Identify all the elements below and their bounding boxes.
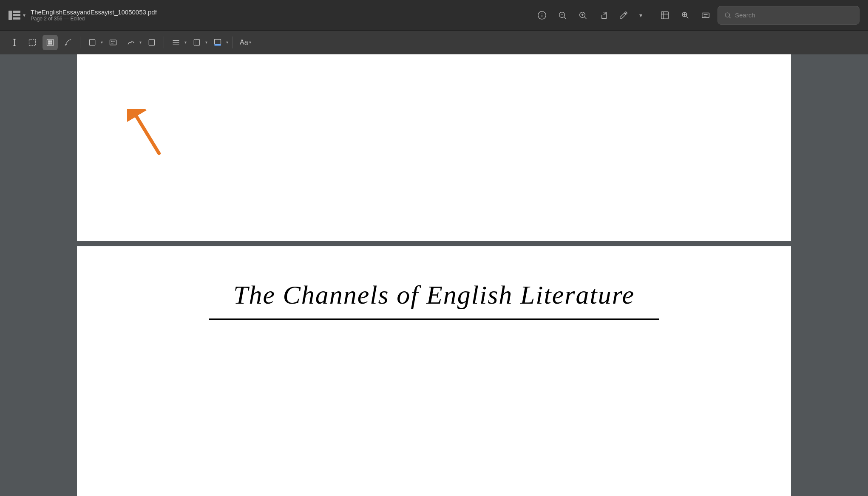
color-picker-group[interactable]: ▾ bbox=[210, 35, 228, 50]
line-style-tool[interactable] bbox=[168, 35, 184, 50]
sidebar-chevron-icon: ▾ bbox=[23, 12, 26, 18]
svg-point-17 bbox=[725, 13, 730, 17]
file-meta: Page 2 of 356 — Edited bbox=[31, 16, 157, 22]
title-bar-center: ▾ bbox=[533, 6, 859, 25]
image-select-tool[interactable] bbox=[43, 35, 58, 50]
expand-button[interactable] bbox=[656, 7, 673, 24]
signature-tool[interactable] bbox=[123, 35, 139, 50]
svg-line-5 bbox=[564, 17, 566, 19]
annotate-icon bbox=[619, 11, 628, 20]
caption-button[interactable] bbox=[697, 7, 714, 24]
pen-icon bbox=[64, 38, 72, 47]
title-bar-left: ▾ TheEnglishEssayandEssayist_10050053.pd… bbox=[9, 8, 157, 22]
rect-select-tool[interactable] bbox=[25, 35, 40, 50]
pdf-viewer[interactable]: The Channels of English Literature bbox=[0, 54, 868, 496]
font-tool-group[interactable]: Aa ▾ bbox=[237, 35, 254, 50]
zoom-in-button[interactable] bbox=[574, 7, 591, 24]
share-button[interactable] bbox=[595, 7, 612, 24]
svg-line-9 bbox=[584, 17, 586, 19]
svg-rect-33 bbox=[149, 39, 154, 45]
expand-icon bbox=[660, 11, 669, 20]
svg-rect-22 bbox=[29, 39, 36, 45]
svg-rect-28 bbox=[89, 39, 95, 45]
svg-rect-37 bbox=[194, 39, 199, 45]
annotation-toolbar: ▾ ▾ ▾ bbox=[0, 31, 868, 54]
svg-rect-26 bbox=[48, 42, 50, 44]
svg-rect-14 bbox=[702, 13, 709, 17]
color-picker-tool[interactable] bbox=[210, 35, 225, 50]
line-style-icon bbox=[172, 38, 180, 47]
annotate-dropdown-button[interactable]: ▾ bbox=[635, 7, 646, 24]
pdf-page-2: The Channels of English Literature bbox=[77, 246, 791, 496]
svg-rect-11 bbox=[661, 11, 669, 19]
signature-icon bbox=[127, 38, 135, 47]
toolbar-divider-1 bbox=[651, 9, 651, 21]
file-name: TheEnglishEssayandEssayist_10050053.pdf bbox=[31, 8, 157, 16]
svg-rect-40 bbox=[215, 44, 221, 45]
shapes-chevron-icon: ▾ bbox=[101, 40, 103, 45]
share-icon bbox=[599, 11, 608, 20]
pdf-book-title: The Channels of English Literature bbox=[233, 280, 635, 309]
find-icon bbox=[681, 11, 690, 20]
caption-icon bbox=[701, 11, 710, 20]
rect-select-icon bbox=[28, 38, 37, 47]
image-select-icon bbox=[46, 38, 54, 47]
color-picker-icon bbox=[213, 38, 222, 47]
draw-tool[interactable] bbox=[60, 35, 76, 50]
svg-line-10 bbox=[604, 12, 606, 14]
svg-rect-39 bbox=[215, 39, 221, 44]
tool-divider-1 bbox=[80, 37, 80, 48]
search-bar[interactable]: Search bbox=[718, 6, 859, 25]
pdf-page-1 bbox=[77, 54, 791, 241]
pdf-title-underline bbox=[209, 318, 659, 320]
border-style-chevron-icon: ▾ bbox=[205, 40, 207, 45]
search-input[interactable]: Search bbox=[735, 11, 755, 19]
shapes-tool-group[interactable]: ▾ bbox=[85, 35, 103, 50]
border-style-tool[interactable] bbox=[189, 35, 204, 50]
border-style-group[interactable]: ▾ bbox=[189, 35, 207, 50]
file-info: TheEnglishEssayandEssayist_10050053.pdf … bbox=[31, 8, 157, 22]
svg-line-42 bbox=[136, 116, 159, 153]
font-chevron-icon: ▾ bbox=[249, 40, 251, 45]
zoom-out-button[interactable] bbox=[554, 7, 571, 24]
text-cursor-icon bbox=[10, 38, 19, 47]
sidebar-icon bbox=[9, 11, 20, 20]
find-button[interactable] bbox=[677, 7, 694, 24]
page-divider bbox=[0, 241, 868, 246]
signature-tool-group[interactable]: ▾ bbox=[123, 35, 142, 50]
tool-divider-3 bbox=[233, 37, 233, 48]
svg-rect-25 bbox=[51, 40, 52, 42]
sidebar-toggle-button[interactable]: ▾ bbox=[9, 11, 26, 20]
signature-chevron-icon: ▾ bbox=[139, 40, 142, 45]
svg-rect-24 bbox=[48, 40, 50, 42]
text-select-tool[interactable] bbox=[7, 35, 22, 50]
zoom-out-icon bbox=[558, 11, 567, 20]
info-icon bbox=[537, 11, 547, 20]
line-style-group[interactable]: ▾ bbox=[168, 35, 187, 50]
title-bar: ▾ TheEnglishEssayandEssayist_10050053.pd… bbox=[0, 0, 868, 31]
annotate-button[interactable] bbox=[615, 7, 632, 24]
svg-line-13 bbox=[686, 16, 689, 18]
font-tool[interactable]: Aa bbox=[240, 35, 248, 50]
text-box-icon bbox=[109, 38, 117, 47]
search-icon bbox=[724, 11, 732, 19]
annotate-chevron-icon: ▾ bbox=[639, 12, 642, 19]
color-picker-chevron-icon: ▾ bbox=[226, 40, 228, 45]
tool-divider-2 bbox=[164, 37, 164, 48]
text-box-tool[interactable] bbox=[105, 35, 121, 50]
stamp-icon bbox=[148, 38, 156, 47]
zoom-in-icon bbox=[578, 11, 587, 20]
shapes-icon bbox=[88, 38, 96, 47]
info-button[interactable] bbox=[533, 7, 550, 24]
font-label: Aa bbox=[240, 39, 248, 46]
svg-line-18 bbox=[729, 17, 730, 18]
border-style-icon bbox=[193, 38, 201, 47]
shapes-tool[interactable] bbox=[85, 35, 100, 50]
svg-rect-29 bbox=[110, 40, 116, 45]
orange-arrow-icon bbox=[127, 109, 165, 160]
svg-rect-23 bbox=[47, 39, 54, 45]
arrow-annotation bbox=[127, 109, 841, 161]
stamp-tool[interactable] bbox=[144, 35, 159, 50]
line-style-chevron-icon: ▾ bbox=[184, 40, 187, 45]
svg-rect-27 bbox=[51, 42, 52, 44]
